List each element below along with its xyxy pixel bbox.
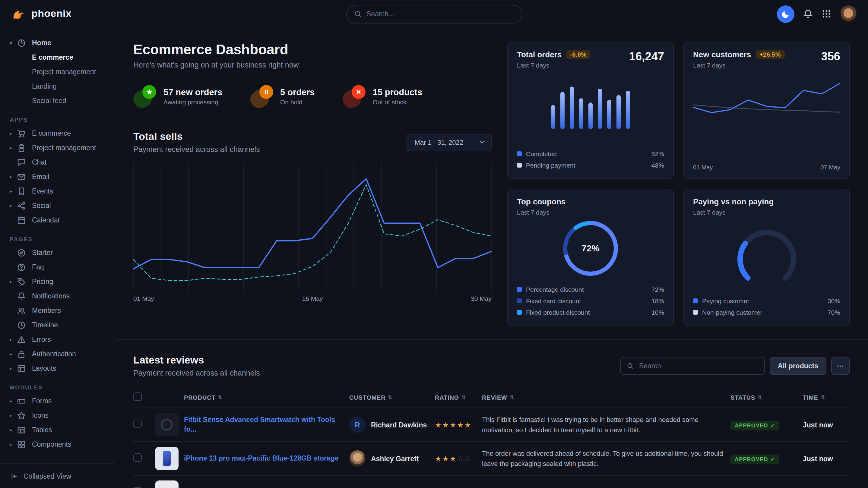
x-axis-label: 01 May — [693, 164, 713, 171]
select-all-checkbox[interactable] — [133, 392, 142, 401]
stat-awating-processing: 57 new orders Awating processing — [133, 85, 222, 108]
search-icon — [354, 10, 362, 18]
review-text: This Fitbit is fantastic! I was trying t… — [482, 415, 731, 435]
sidebar-item-forms[interactable]: ▸Forms — [0, 394, 115, 408]
sort-icon: ⇅ — [218, 394, 223, 400]
sidebar-item-notifications[interactable]: Notifications — [0, 289, 115, 303]
sidebar-item-home[interactable]: ▾Home — [0, 36, 115, 50]
more-options-button[interactable]: ⋯ — [831, 357, 850, 375]
caret-down-icon: ▾ — [10, 40, 17, 45]
bookmark-icon — [17, 187, 26, 196]
quick-stats: 57 new orders Awating processing 5 order… — [133, 85, 492, 108]
sidebar-item-starter[interactable]: Starter — [0, 246, 115, 260]
product-image — [155, 481, 179, 488]
new-customers-value: 356 — [821, 50, 840, 63]
row-checkbox[interactable] — [133, 453, 142, 461]
sidebar-item-components[interactable]: ▸Components — [0, 437, 115, 452]
form-icon — [17, 396, 26, 405]
paying-gauge-chart — [721, 223, 812, 283]
global-search-input[interactable] — [367, 10, 514, 18]
sidebar-item-email[interactable]: ▸Email — [0, 169, 115, 184]
date-range-select[interactable]: Mar 1 - 31, 2022 — [407, 133, 492, 151]
column-header-product[interactable]: PRODUCT⇅ — [155, 394, 349, 400]
column-header-customer[interactable]: CUSTOMER⇅ — [349, 394, 435, 400]
sidebar-item-members[interactable]: Members — [0, 303, 115, 318]
star-icon — [133, 85, 156, 108]
total-sells-chart — [133, 163, 492, 291]
global-search[interactable] — [346, 4, 522, 23]
sidebar-item-pricing[interactable]: ▸Pricing — [0, 274, 115, 289]
caret-right-icon: ▸ — [10, 413, 17, 418]
brand-name: phoenix — [31, 8, 71, 20]
notifications-button[interactable] — [803, 9, 813, 19]
sidebar-item-tables[interactable]: ▸Tables — [0, 423, 115, 437]
column-header-review[interactable]: REVIEW⇅ — [482, 394, 731, 400]
x-axis-label: 07 May — [820, 164, 840, 171]
top-coupons-legend: Percentage discount72%Fixed card discoun… — [517, 283, 664, 318]
product-link[interactable]: iPhone 13 pro max-Pacific Blue-128GB sto… — [184, 454, 339, 463]
column-header-time[interactable]: TIME⇅ — [803, 394, 850, 400]
date-range-value: Mar 1 - 31, 2022 — [415, 139, 463, 146]
layout-icon — [17, 364, 26, 373]
apps-grid-button[interactable] — [822, 9, 831, 19]
sidebar-item-social[interactable]: ▸Social — [0, 198, 115, 213]
new-customers-line-chart — [693, 75, 840, 133]
sidebar-item-events[interactable]: ▸Events — [0, 184, 115, 198]
customer-avatar — [349, 450, 366, 466]
product-link[interactable]: Fitbit Sense Advanced Smartwatch with To… — [184, 415, 341, 434]
sidebar-item-e-commerce[interactable]: ▸E commerce — [0, 126, 115, 140]
stat-value: 15 products — [373, 88, 422, 97]
chevron-down-icon — [479, 139, 485, 145]
sidebar-item-icons[interactable]: ▸Icons — [0, 408, 115, 423]
sidebar-item-errors[interactable]: ▸Errors — [0, 332, 115, 347]
sidebar-item-timeline[interactable]: Timeline — [0, 318, 115, 332]
customer-cell: RRichard Dawkins — [349, 417, 435, 433]
row-checkbox[interactable] — [133, 487, 142, 488]
sidebar-item-project-management[interactable]: ▸Project management — [0, 140, 115, 155]
row-checkbox[interactable] — [133, 419, 142, 428]
calendar-icon — [17, 216, 26, 225]
help-icon — [17, 263, 26, 271]
bell-icon — [17, 291, 26, 300]
all-products-button[interactable]: All products — [770, 357, 826, 375]
caret-right-icon: ▸ — [10, 442, 17, 447]
reviews-table-header: PRODUCT⇅CUSTOMER⇅RATING⇅REVIEW⇅STATUS⇅TI… — [133, 387, 850, 408]
column-header-status[interactable]: STATUS⇅ — [731, 394, 803, 400]
legend-item-completed: Completed52% — [517, 148, 664, 159]
stat-caption: Awating processing — [163, 98, 222, 105]
table-row[interactable] — [133, 475, 850, 488]
main-content: Ecommerce Dashboard Here's what's going … — [115, 28, 868, 488]
caret-right-icon: ▸ — [10, 279, 17, 284]
stat-value: 5 orders — [280, 88, 315, 97]
caret-right-icon: ▸ — [10, 131, 17, 136]
brand[interactable]: phoenix — [11, 6, 115, 22]
reviews-search[interactable] — [620, 357, 765, 375]
sidebar-subitem-project-management[interactable]: Project management — [0, 65, 115, 79]
reviews-search-input[interactable] — [639, 362, 758, 369]
collapse-view-button[interactable]: Collapsed View — [0, 463, 115, 488]
card-title: Paying vs non paying — [693, 197, 774, 206]
sidebar-item-authentication[interactable]: ▸Authentication — [0, 347, 115, 361]
table-row[interactable]: Fitbit Sense Advanced Smartwatch with To… — [133, 408, 850, 441]
sort-icon: ⇅ — [388, 394, 393, 400]
sidebar-item-layouts[interactable]: ▸Layouts — [0, 361, 115, 376]
caret-right-icon: ▸ — [10, 337, 17, 342]
user-avatar[interactable] — [840, 5, 857, 23]
review-text: The order was delivered ahead of schedul… — [482, 449, 731, 468]
column-header-rating[interactable]: RATING⇅ — [435, 394, 482, 400]
total-orders-change-badge: -6.8% — [566, 50, 590, 59]
x-axis-label: 30 May — [471, 295, 492, 302]
sidebar-item-calendar[interactable]: Calendar — [0, 213, 115, 227]
reviews-table-body: Fitbit Sense Advanced Smartwatch with To… — [133, 408, 850, 488]
sidebar-subitem-landing[interactable]: Landing — [0, 79, 115, 93]
chat-icon — [17, 158, 26, 167]
theme-toggle-button[interactable] — [777, 5, 795, 23]
sidebar-section-modules: MODULES — [0, 376, 115, 394]
sidebar-subitem-social-feed[interactable]: Social feed — [0, 93, 115, 108]
sidebar-item-chat[interactable]: Chat — [0, 155, 115, 169]
sidebar-item-faq[interactable]: Faq — [0, 260, 115, 274]
sidebar-subitem-e-commerce[interactable]: E commerce — [0, 50, 115, 65]
mail-icon — [17, 172, 26, 181]
time-cell: Just now — [803, 421, 850, 428]
table-row[interactable]: iPhone 13 pro max-Pacific Blue-128GB sto… — [133, 441, 850, 475]
